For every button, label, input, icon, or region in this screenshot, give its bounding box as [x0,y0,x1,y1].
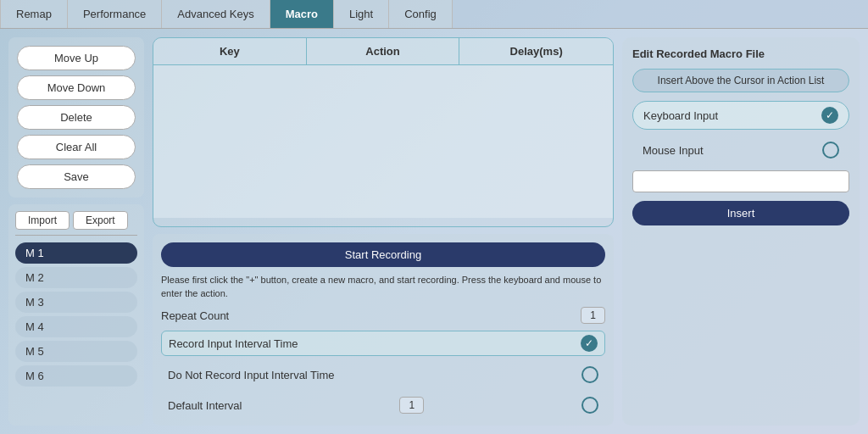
default-interval-label: Default Interval [168,399,242,412]
right-panel-title: Edit Recorded Macro File [632,47,849,60]
macro-item-m1[interactable]: M 1 [15,242,137,264]
tab-macro[interactable]: Macro [270,0,334,28]
keyboard-input-row[interactable]: Keyboard Input [632,101,849,130]
macro-list-panel: Import Export M 1 M 2 M 3 M 4 M 5 M 6 [8,204,144,426]
tab-spacer [453,0,868,28]
no-record-interval-label: Do Not Record Input Interval Time [168,369,335,381]
macro-item-m4[interactable]: M 4 [15,316,137,337]
delete-button[interactable]: Delete [17,105,136,130]
keyboard-input-text-field[interactable] [632,170,849,192]
tab-bar: Remap Performance Advanced Keys Macro Li… [0,0,868,29]
macro-items-list: M 1 M 2 M 3 M 4 M 5 M 6 [15,242,137,387]
insert-button[interactable]: Insert [632,201,849,225]
tab-light[interactable]: Light [334,0,389,28]
macro-item-m3[interactable]: M 3 [15,292,137,313]
center-panel: Key Action Delay(ms) Start Recording Ple… [153,37,614,426]
macro-item-m6[interactable]: M 6 [15,365,137,387]
mouse-input-row[interactable]: Mouse Input [632,138,849,162]
main-content: Move Up Move Down Delete Clear All Save … [0,29,868,434]
default-interval-row[interactable]: Default Interval 1 [161,393,605,417]
default-interval-check [581,397,598,414]
repeat-count-label: Repeat Count [161,309,229,322]
mouse-input-label: Mouse Input [643,144,704,157]
export-button[interactable]: Export [73,211,128,230]
action-buttons-group: Move Up Move Down Delete Clear All Save [8,37,144,198]
record-interval-check [581,335,598,352]
start-recording-button[interactable]: Start Recording [161,242,605,267]
default-interval-value: 1 [399,397,424,414]
repeat-count-value: 1 [581,307,605,324]
import-export-row: Import Export [15,211,137,236]
col-action-header: Action [307,38,460,64]
keyboard-input-check [821,107,838,124]
keyboard-input-label: Keyboard Input [643,109,718,122]
macro-item-m5[interactable]: M 5 [15,341,137,362]
save-button[interactable]: Save [17,164,136,189]
macro-item-m2[interactable]: M 2 [15,267,137,288]
no-record-interval-check [581,366,598,383]
move-down-button[interactable]: Move Down [17,75,136,100]
recording-panel: Start Recording Please first click the "… [153,234,614,426]
mouse-input-check [822,142,839,159]
insert-above-button[interactable]: Insert Above the Cursor in Action List [632,69,849,92]
col-delay-header: Delay(ms) [459,38,613,64]
move-up-button[interactable]: Move Up [17,46,136,70]
kad-table-header: Key Action Delay(ms) [153,38,613,65]
tab-remap[interactable]: Remap [0,0,68,28]
right-panel: Edit Recorded Macro File Insert Above th… [622,37,860,426]
tab-advanced-keys[interactable]: Advanced Keys [162,0,270,28]
clear-all-button[interactable]: Clear All [17,135,136,159]
tab-config[interactable]: Config [389,0,453,28]
col-key-header: Key [153,38,307,64]
kad-table: Key Action Delay(ms) [153,37,614,227]
record-interval-row[interactable]: Record Input Interval Time [161,331,605,356]
recording-hint-text: Please first click the "+" button, creat… [161,274,605,300]
import-button[interactable]: Import [15,211,70,230]
left-panel: Move Up Move Down Delete Clear All Save … [8,37,144,426]
record-interval-label: Record Input Interval Time [169,337,298,350]
repeat-count-row: Repeat Count 1 [161,307,605,324]
tab-performance[interactable]: Performance [68,0,162,28]
kad-table-body [153,65,613,218]
no-record-interval-row[interactable]: Do Not Record Input Interval Time [161,363,605,387]
